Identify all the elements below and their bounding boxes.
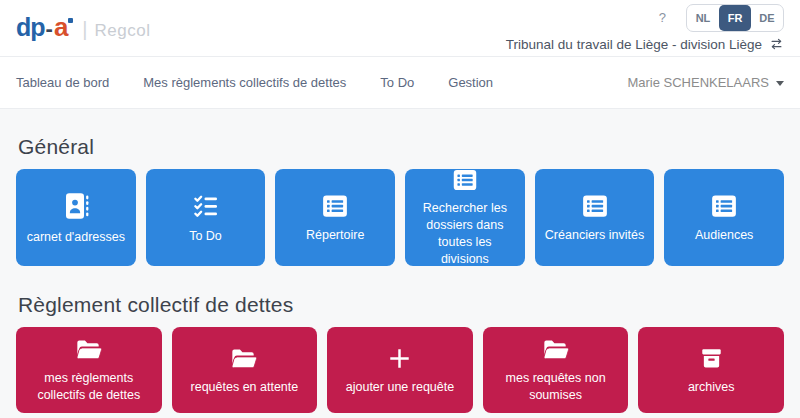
lang-button-de[interactable]: DE [751,5,783,31]
division-selector[interactable]: Tribunal du travail de Liège - division … [506,37,784,52]
tile-label: Créanciers invités [537,227,652,244]
folder-open-icon [74,336,104,363]
address-book-icon [60,190,92,222]
division-label: Tribunal du travail de Liège - division … [506,37,762,52]
app-header: dp - a | Regcol ? NL FR DE Tribunal du t… [0,0,800,57]
checklist-icon [191,191,221,221]
tile-label: requêtes en attente [183,379,307,396]
tile-label: mes règlements collectifs de dettes [16,370,162,404]
tile-to-do[interactable]: To Do [146,169,266,266]
nav-item-mes-reglements[interactable]: Mes règlements collectifs de dettes [143,75,346,90]
header-right: ? NL FR DE Tribunal du travail de Liège … [506,4,784,52]
nav-item-to-do[interactable]: To Do [380,75,414,90]
logo-a-text: a [54,12,67,43]
tile-repertoire[interactable]: Répertoire [275,169,395,266]
general-tile-row: carnet d'adresses To Do [16,169,784,266]
tile-requetes-non-soumises[interactable]: mes requêtes non soumises [483,327,629,413]
folder-open-icon [541,336,571,363]
tile-label: carnet d'adresses [19,229,133,246]
logo-dp-text: dp [16,13,45,42]
section-general: Général carnet d'adresses [16,134,784,266]
app-logo[interactable]: dp - a | Regcol [16,12,150,43]
help-button[interactable]: ? [655,8,670,27]
tile-rechercher-dossiers[interactable]: Rechercher les dossiers dans toutes les … [405,169,525,266]
lang-button-fr[interactable]: FR [719,5,751,31]
plus-icon [386,345,413,372]
section-title-rcd: Règlement collectif de dettes [18,292,784,318]
swap-horizontal-icon [769,37,784,51]
list-icon [320,192,350,220]
section-reglement-collectif: Règlement collectif de dettes mes règlem… [16,292,784,413]
tile-requetes-en-attente[interactable]: requêtes en attente [172,327,318,413]
logo-separator: | [82,18,87,41]
tile-label: Audiences [687,227,761,244]
logo-dot [68,18,73,23]
chevron-down-icon [776,81,784,86]
logo-hyphen: - [46,16,53,42]
nav-item-gestion[interactable]: Gestion [448,75,493,90]
nav-item-tableau-de-bord[interactable]: Tableau de bord [16,75,109,90]
main-content: Général carnet d'adresses [0,109,800,418]
tile-label: To Do [181,228,230,245]
folder-open-icon [229,345,259,372]
tile-carnet-adresses[interactable]: carnet d'adresses [16,169,136,266]
list-icon [709,192,739,220]
language-switcher: NL FR DE [686,4,784,32]
tile-mes-reglements[interactable]: mes règlements collectifs de dettes [16,327,162,413]
section-title-general: Général [18,134,784,160]
tile-archives[interactable]: archives [638,327,784,413]
list-icon [450,167,480,193]
main-nav: Tableau de bord Mes règlements collectif… [0,57,800,109]
tile-label: Rechercher les dossiers dans toutes les … [405,200,525,268]
user-menu[interactable]: Marie SCHENKELAARS [627,75,784,90]
user-name: Marie SCHENKELAARS [627,75,769,90]
tile-label: ajouter une requête [338,379,462,396]
rcd-tile-row: mes règlements collectifs de dettes requ… [16,327,784,413]
tile-label: Répertoire [298,227,372,244]
tile-ajouter-requete[interactable]: ajouter une requête [327,327,473,413]
tile-label: mes requêtes non soumises [483,370,629,404]
lang-button-nl[interactable]: NL [687,5,719,31]
list-icon [580,192,610,220]
logo-product-name: Regcol [95,21,151,41]
tile-creanciers-invites[interactable]: Créanciers invités [535,169,655,266]
tile-label: archives [680,379,743,396]
archive-box-icon [698,345,725,372]
tile-audiences[interactable]: Audiences [664,169,784,266]
